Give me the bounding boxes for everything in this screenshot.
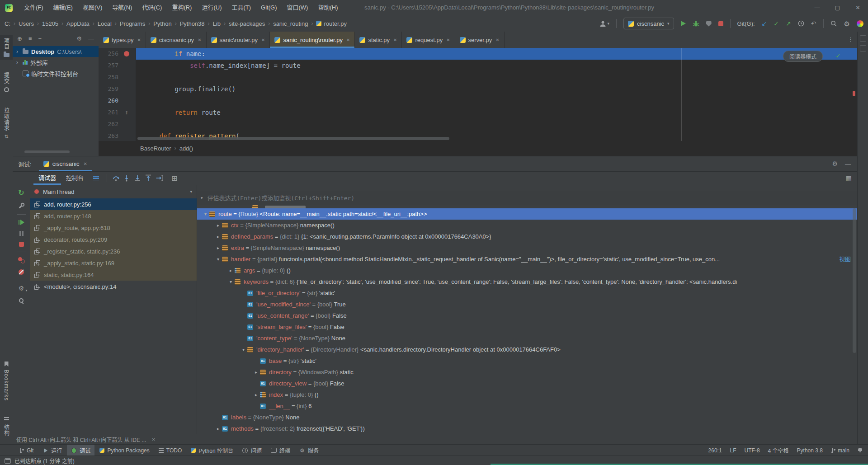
code-text[interactable] (136, 95, 857, 107)
variable-row[interactable]: ▾keywords = {dict: 6} {'file_or_director… (197, 276, 857, 287)
editor-tab[interactable]: ciscnsanic.py✕ (146, 32, 207, 48)
settings-gear-icon[interactable]: ⚙ (832, 160, 838, 167)
chevron-down-icon[interactable]: ▾ (227, 279, 235, 284)
menu-item[interactable]: Git(G) (256, 0, 282, 15)
run-button[interactable] (681, 21, 686, 26)
close-icon[interactable]: ✕ (346, 38, 350, 42)
reader-mode-button[interactable]: 阅读器模式 (783, 51, 823, 62)
code-text[interactable] (136, 118, 857, 130)
gutter[interactable]: 257 (99, 60, 136, 71)
variable-row[interactable]: 01'content_type' = {NoneType} None (197, 333, 857, 344)
thread-selector[interactable]: MainThread ▾ (30, 185, 197, 198)
project-tree-item[interactable]: ›DesktopC:\Users\ (13, 46, 99, 57)
close-icon[interactable]: ✕ (198, 38, 201, 42)
editor-breadcrumb-item[interactable]: add() (179, 141, 193, 156)
variable-row[interactable]: 01'stream_large_files' = {bool} False (197, 321, 857, 333)
gutter-icon-slot[interactable] (118, 48, 135, 60)
git-update-icon[interactable]: ↙ (762, 20, 767, 27)
breadcrumb-item[interactable]: Programs (120, 20, 145, 27)
editor-tab[interactable]: server.py✕ (455, 32, 505, 48)
breadcrumb-item[interactable]: Python (153, 20, 171, 27)
frame-row[interactable]: static, static.py:164 (30, 269, 197, 281)
project-toolbar-locate-icon[interactable]: ⊕ (17, 35, 22, 42)
editor-breadcrumb-item[interactable]: BaseRouter (140, 141, 171, 156)
horizontal-scrollbar[interactable] (137, 137, 449, 140)
step-over-icon[interactable] (110, 173, 121, 183)
code-text[interactable]: group.finalize() (136, 83, 857, 95)
tool-stripe-item[interactable]: 提交 (0, 70, 13, 95)
close-icon[interactable]: ✕ (261, 38, 265, 42)
variable-row[interactable]: 01__len__ = {int} 6 (197, 400, 857, 412)
menu-item[interactable]: 重构(R) (167, 0, 197, 15)
close-icon[interactable]: ✕ (151, 437, 155, 442)
close-icon[interactable]: ✕ (446, 38, 450, 42)
status-segment[interactable]: Python 3.8 (797, 447, 823, 454)
breadcrumb-item[interactable]: Python38 (180, 20, 205, 27)
chevron-right-icon[interactable]: › (16, 59, 23, 66)
debug-button[interactable] (693, 20, 699, 27)
project-tree-item[interactable]: 临时文件和控制台 (13, 68, 99, 79)
tool-stripe-icon[interactable] (860, 45, 866, 52)
variable-row[interactable]: 01'use_content_range' = {bool} False (197, 310, 857, 321)
frame-row[interactable]: add, router.py:256 (30, 198, 197, 210)
tool-stripe-item[interactable]: 结构 (0, 414, 13, 439)
project-toolbar-collapse-all-icon[interactable]: − (38, 35, 42, 42)
tab-overflow-icon[interactable]: ⋮ (848, 32, 854, 48)
gutter[interactable]: 260 (99, 95, 136, 107)
frame-row[interactable]: <module>, ciscnsanic.py:14 (30, 281, 197, 292)
debugger-settings-icon[interactable]: ⚙▾ (19, 285, 24, 292)
scrollbar[interactable] (24, 150, 70, 153)
frame-row[interactable]: _register_static, static.py:236 (30, 245, 197, 257)
status-segment[interactable]: UTF-8 (745, 447, 760, 454)
hide-icon[interactable]: — (845, 160, 851, 167)
git-push-icon[interactable]: ↗ (786, 20, 791, 27)
debug-session-tab[interactable]: ciscnsanic ✕ (39, 156, 92, 171)
code-text[interactable]: if name: (136, 48, 857, 60)
gutter-icon-slot[interactable] (118, 60, 135, 71)
variable-row[interactable]: ▸args = {tuple: 0} () (197, 265, 857, 276)
toolwindow-button[interactable]: 问题 (238, 445, 266, 456)
menu-item[interactable]: 运行(U) (197, 0, 226, 15)
evaluate-expression-icon[interactable]: ⊞ (171, 174, 177, 183)
breakpoint-icon[interactable] (124, 51, 129, 56)
tool-stripe-item[interactable]: 项目 (0, 35, 13, 60)
gutter[interactable]: 262 (99, 118, 136, 130)
toolwindow-button[interactable]: Python Packages (95, 445, 153, 456)
frame-row[interactable]: add, router.py:148 (30, 210, 197, 222)
stop-button[interactable] (718, 21, 723, 26)
chevron-right-icon[interactable]: ▸ (252, 370, 260, 375)
code-text[interactable]: self.name_index[name] = route (136, 60, 857, 71)
status-segment[interactable]: 260:1 (708, 447, 722, 454)
force-step-into-icon[interactable] (132, 173, 143, 183)
inspections-ok-icon[interactable]: ✓ (835, 52, 841, 59)
gutter[interactable]: 259 (99, 83, 136, 95)
rerun-icon[interactable]: ↻ (18, 189, 24, 197)
tool-stripe-item[interactable]: 拉取请求⇅ (0, 105, 13, 142)
step-into-icon[interactable] (121, 173, 132, 183)
variable-row[interactable]: 01'use_modified_since' = {bool} True (197, 299, 857, 310)
editor-tab[interactable]: sanic_routing\router.py✕ (270, 32, 355, 48)
editor-tab[interactable]: request.py✕ (402, 32, 455, 48)
run-with-coverage-button[interactable] (706, 21, 712, 27)
window-close-button[interactable]: ✕ (848, 0, 868, 15)
toolwindow-button[interactable]: 运行 (38, 445, 66, 456)
restore-layout-icon[interactable]: ▦ (846, 174, 852, 182)
gutter[interactable]: 258 (99, 71, 136, 83)
toolwindow-button[interactable]: Git (15, 445, 38, 456)
toolwindow-button[interactable]: TODO (155, 445, 186, 456)
user-icon[interactable]: ▾ (599, 20, 610, 27)
mute-breakpoints-icon[interactable] (19, 269, 24, 275)
variable-row[interactable]: 01directory_view = {bool} False (197, 378, 857, 389)
breadcrumb-item[interactable]: Lib (213, 20, 221, 27)
project-tree-item[interactable]: ›外部库 (13, 57, 99, 68)
chevron-right-icon[interactable]: ▸ (214, 234, 222, 239)
project-toolbar-hide-icon[interactable]: — (88, 35, 94, 42)
view-link[interactable]: 视图 (835, 254, 851, 265)
rollback-icon[interactable]: ↶ (811, 20, 816, 27)
toolwindow-button[interactable]: 服务 (295, 445, 323, 456)
gutter-icon-slot[interactable] (118, 118, 135, 130)
editor-tab[interactable]: sanic\router.py✕ (207, 32, 270, 48)
code-area[interactable]: 256 if name:257 self.name_index[name] = … (99, 48, 857, 141)
run-to-cursor-icon[interactable] (154, 173, 165, 183)
breadcrumb-item[interactable]: C: (5, 20, 10, 27)
